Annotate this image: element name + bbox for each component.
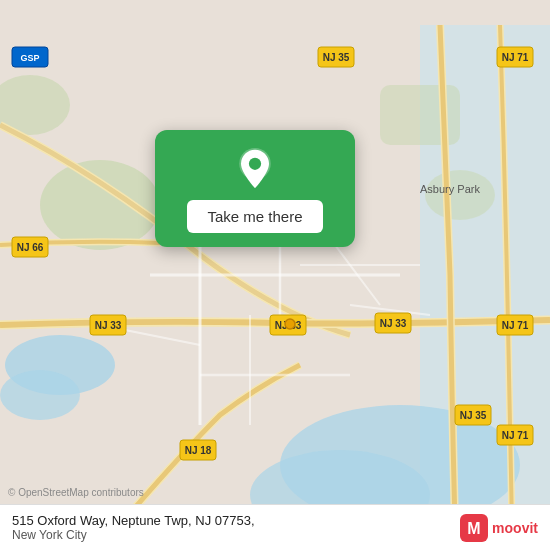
svg-text:Asbury Park: Asbury Park	[420, 183, 480, 195]
svg-point-2	[0, 370, 80, 420]
svg-text:GSP: GSP	[20, 53, 39, 63]
svg-text:M: M	[467, 520, 480, 537]
city-line: New York City	[12, 528, 255, 542]
moovit-text: moovit	[492, 520, 538, 536]
bottom-bar: 515 Oxford Way, Neptune Twp, NJ 07753, N…	[0, 504, 550, 550]
svg-text:NJ 71: NJ 71	[502, 430, 529, 441]
action-card: Take me there	[155, 130, 355, 247]
svg-text:NJ 35: NJ 35	[460, 410, 487, 421]
svg-point-33	[285, 319, 295, 329]
svg-point-6	[40, 160, 160, 250]
location-pin-icon	[234, 148, 276, 190]
moovit-icon: M	[460, 514, 488, 542]
moovit-logo: M moovit	[460, 514, 538, 542]
take-me-there-button[interactable]: Take me there	[187, 200, 322, 233]
svg-text:NJ 71: NJ 71	[502, 52, 529, 63]
svg-text:NJ 35: NJ 35	[323, 52, 350, 63]
address-block: 515 Oxford Way, Neptune Twp, NJ 07753, N…	[12, 513, 255, 542]
svg-text:NJ 33: NJ 33	[380, 318, 407, 329]
svg-text:NJ 66: NJ 66	[17, 242, 44, 253]
address-line: 515 Oxford Way, Neptune Twp, NJ 07753,	[12, 513, 255, 528]
map-container: NJ 35 NJ 71 NJ 66 NJ 33 NJ 33 NJ 33 NJ 3…	[0, 0, 550, 550]
map-background: NJ 35 NJ 71 NJ 66 NJ 33 NJ 33 NJ 33 NJ 3…	[0, 0, 550, 550]
osm-credit: © OpenStreetMap contributors	[8, 487, 144, 498]
svg-point-9	[425, 170, 495, 220]
svg-text:NJ 71: NJ 71	[502, 320, 529, 331]
svg-text:NJ 18: NJ 18	[185, 445, 212, 456]
svg-text:NJ 33: NJ 33	[95, 320, 122, 331]
svg-point-35	[249, 158, 261, 170]
